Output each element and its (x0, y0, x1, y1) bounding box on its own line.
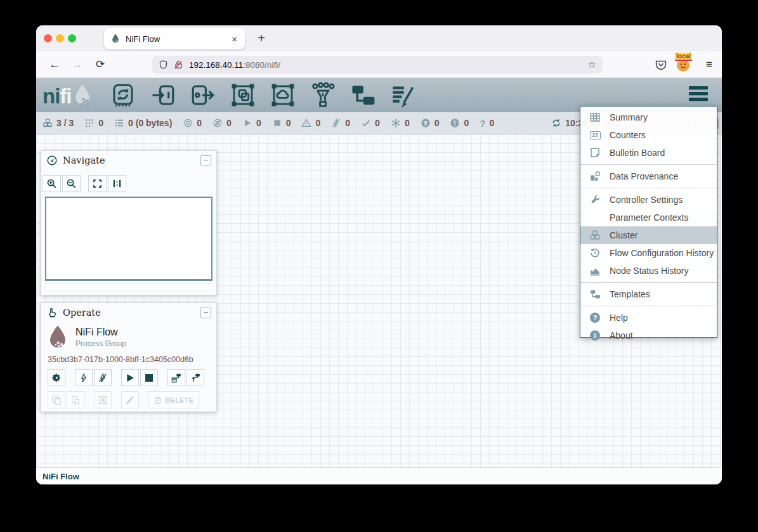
browser-tab[interactable]: NiFi Flow × (104, 28, 245, 49)
queued-icon (114, 118, 124, 128)
url-bar[interactable]: 192.168.40.11:8080/nifi/ ☆ (152, 56, 603, 74)
url-path: :8080/nifi/ (243, 60, 280, 70)
menu-item-counters[interactable]: 23 Counters (580, 126, 717, 144)
enable-button[interactable] (75, 369, 93, 386)
logo-fi: fi (60, 86, 71, 107)
input-port-component-icon[interactable] (150, 82, 176, 108)
navigate-panel: Navigate − (41, 150, 217, 295)
funnel-component-icon[interactable] (310, 82, 336, 108)
delete-button: DELETE (148, 391, 199, 408)
transmitting-count: 0 (197, 118, 202, 128)
menu-item-parameter-contexts[interactable]: Parameter Contexts (580, 209, 717, 226)
sync-failure-count: 0 (489, 118, 494, 128)
operate-buttons-row-1 (48, 369, 210, 386)
running-icon (242, 118, 252, 128)
profile-avatar[interactable] (677, 59, 689, 72)
up-to-date-count: 0 (375, 118, 380, 128)
status-transmitting: 0 (183, 118, 202, 128)
menu-item-flow-configuration-history[interactable]: Flow Configuration History (580, 244, 717, 262)
menu-item-templates[interactable]: Templates (580, 285, 717, 303)
bookmark-star-icon[interactable]: ☆ (588, 59, 596, 70)
breadcrumb[interactable]: NiFi Flow (42, 472, 79, 481)
pocket-icon[interactable] (654, 56, 668, 73)
process-group-component-icon[interactable] (230, 82, 256, 108)
selected-component: NiFi Flow Process Group (48, 325, 210, 350)
navigate-tools (41, 170, 216, 192)
summary-icon (589, 111, 601, 124)
menu-item-data-provenance[interactable]: Data Provenance (580, 167, 717, 185)
menu-separator (580, 282, 717, 283)
not-transmitting-count: 0 (226, 118, 232, 128)
refresh-icon[interactable] (551, 118, 561, 128)
stale-icon (421, 118, 431, 128)
status-running: 0 (242, 118, 261, 128)
start-button[interactable] (121, 369, 139, 386)
counters-icon: 23 (589, 129, 601, 141)
global-menu: Summary 23 Counters Bulletin Board Data … (580, 106, 717, 338)
remote-process-group-component-icon[interactable] (270, 82, 296, 108)
upload-template-button[interactable] (186, 369, 204, 386)
transmitting-icon (183, 118, 193, 128)
logo-ni: ni (42, 86, 60, 107)
bulletin-board-icon (589, 146, 601, 159)
label-component-icon[interactable] (389, 82, 416, 108)
close-window-button[interactable] (44, 34, 52, 42)
birdseye-view[interactable] (45, 197, 212, 281)
zoom-window-button[interactable] (68, 34, 76, 42)
operate-title: Operate (63, 308, 195, 318)
navigate-collapse-button[interactable]: − (200, 155, 211, 166)
reload-button[interactable]: ⟳ (92, 56, 108, 73)
save-template-button[interactable] (167, 369, 185, 386)
menu-separator (580, 306, 717, 306)
status-sync-failure: ? 0 (480, 118, 494, 129)
template-component-icon[interactable] (350, 82, 376, 108)
menu-item-about[interactable]: i About (580, 327, 717, 344)
back-button[interactable]: ← (46, 56, 63, 73)
minimize-window-button[interactable] (56, 34, 64, 42)
copy-button (48, 391, 65, 408)
menu-item-help[interactable]: ? Help (580, 309, 717, 327)
status-locally-modified: 0 (391, 118, 410, 128)
menu-item-summary[interactable]: Summary (580, 108, 717, 126)
compass-icon (46, 155, 58, 166)
zoom-fit-button[interactable] (88, 175, 107, 192)
menu-item-cluster[interactable]: Cluster (580, 226, 717, 244)
tab-title: NiFi Flow (126, 34, 225, 44)
template-icon (589, 288, 601, 301)
selected-component-type: Process Group (75, 339, 126, 348)
not-transmitting-icon (212, 118, 223, 128)
tab-bar: NiFi Flow × + (36, 25, 722, 51)
menu-item-bulletin-board[interactable]: Bulletin Board (580, 144, 717, 162)
tab-close-icon[interactable]: × (230, 34, 239, 44)
insecure-lock-icon[interactable] (174, 60, 183, 70)
menu-item-controller-settings[interactable]: Controller Settings (580, 191, 717, 209)
zoom-in-button[interactable] (42, 175, 61, 192)
navigate-header: Navigate − (41, 151, 216, 170)
locally-modified-count: 0 (405, 118, 410, 128)
disable-button[interactable] (94, 369, 112, 386)
global-menu-button[interactable] (689, 86, 708, 103)
status-connected-nodes: 3 / 3 (42, 118, 74, 128)
connected-nodes-count: 3 / 3 (56, 118, 74, 128)
processor-component-icon[interactable] (110, 82, 136, 108)
url-text[interactable]: 192.168.40.11:8080/nifi/ (189, 60, 582, 70)
url-host: 192.168.40.11 (189, 60, 243, 70)
birdseye-footer (45, 283, 212, 291)
new-tab-button[interactable]: + (253, 30, 270, 47)
no-icon (589, 211, 601, 224)
threads-count: 0 (98, 118, 103, 128)
browser-window: NiFi Flow × + ← → ⟳ 192.168.40.11:8080/n… (36, 25, 722, 484)
firefox-menu-icon[interactable]: ≡ (701, 56, 717, 73)
zoom-out-button[interactable] (62, 175, 81, 192)
output-port-component-icon[interactable] (190, 82, 216, 108)
menu-separator (580, 188, 717, 188)
configure-button[interactable] (48, 369, 65, 386)
stop-button[interactable] (140, 369, 158, 386)
container-tab-badge: local (675, 53, 692, 61)
invalid-count: 0 (315, 118, 320, 128)
shield-icon[interactable] (159, 60, 168, 70)
menu-item-node-status-history[interactable]: Node Status History (580, 262, 717, 280)
operate-collapse-button[interactable]: − (200, 308, 211, 318)
zoom-actual-size-button[interactable] (108, 175, 126, 192)
status-up-to-date: 0 (361, 118, 380, 128)
